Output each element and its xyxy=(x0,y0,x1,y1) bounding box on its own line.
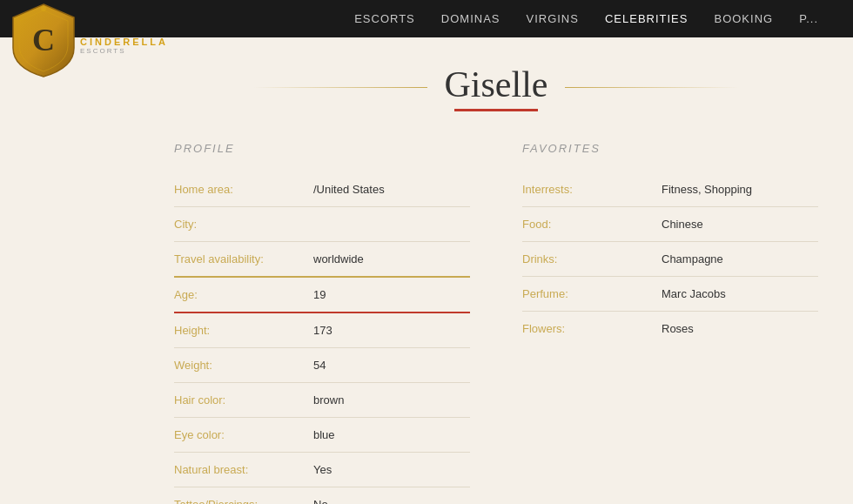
profile-section-title: PROFILE xyxy=(174,142,470,155)
right-decorative-line xyxy=(565,87,739,88)
height-row: Height: 173 xyxy=(174,313,470,348)
travel-value: worldwide xyxy=(313,252,364,265)
brand-text: CINDERELLA ESCORTS xyxy=(80,37,168,55)
weight-label: Weight: xyxy=(174,359,313,372)
home-area-label: Home area: xyxy=(174,183,313,196)
flowers-row: Flowers: Roses xyxy=(522,312,818,346)
hair-color-label: Hair color: xyxy=(174,393,313,407)
eye-color-row: Eye color: blue xyxy=(174,418,470,453)
drinks-label: Drinks: xyxy=(522,252,662,265)
logo-icon: C xyxy=(9,0,78,78)
name-section: Giselle xyxy=(174,55,818,124)
main-content: Giselle PROFILE Home area: /United State… xyxy=(0,37,853,504)
age-value: 19 xyxy=(313,288,326,301)
hair-color-value: brown xyxy=(313,393,344,407)
profile-name: Giselle xyxy=(445,64,548,111)
food-value: Chinese xyxy=(662,218,703,231)
favorites-section: FAVORITES Interrests: Fitness, Shopping … xyxy=(522,142,818,504)
weight-value: 54 xyxy=(313,359,326,372)
nav-virgins[interactable]: VIRGINS xyxy=(526,12,578,25)
natural-breast-label: Natural breast: xyxy=(174,463,313,476)
city-label: City: xyxy=(174,218,313,231)
nav-more[interactable]: P... xyxy=(799,12,818,25)
food-row: Food: Chinese xyxy=(522,207,818,242)
age-label: Age: xyxy=(174,288,313,301)
food-label: Food: xyxy=(522,218,662,231)
drinks-row: Drinks: Champagne xyxy=(522,242,818,277)
nav-celebrities[interactable]: CELEBRITIES xyxy=(605,12,688,25)
eye-color-label: Eye color: xyxy=(174,428,313,441)
home-area-value: /United States xyxy=(313,183,385,196)
city-row: City: xyxy=(174,207,470,242)
perfume-value: Marc Jacobs xyxy=(662,287,726,300)
travel-row: Travel availability: worldwide xyxy=(174,242,470,278)
interests-row: Interrests: Fitness, Shopping xyxy=(522,172,818,207)
profile-section: PROFILE Home area: /United States City: … xyxy=(174,142,470,504)
drinks-value: Champagne xyxy=(662,252,723,265)
favorites-section-title: FAVORITES xyxy=(522,142,818,155)
name-wrapper: Giselle xyxy=(174,64,818,111)
perfume-row: Perfume: Marc Jacobs xyxy=(522,277,818,312)
page-title: Giselle xyxy=(445,64,548,111)
left-decorative-line xyxy=(253,87,427,88)
natural-breast-row: Natural breast: Yes xyxy=(174,453,470,487)
natural-breast-value: Yes xyxy=(313,463,332,476)
svg-text:C: C xyxy=(32,23,55,57)
tattoo-row: Tattoo/Piercings: No xyxy=(174,487,470,504)
eye-color-value: blue xyxy=(313,428,335,441)
travel-label: Travel availability: xyxy=(174,252,313,265)
hair-color-row: Hair color: brown xyxy=(174,383,470,418)
weight-row: Weight: 54 xyxy=(174,348,470,383)
logo-area: C CINDERELLA ESCORTS xyxy=(9,0,168,78)
tattoo-label: Tattoo/Piercings: xyxy=(174,498,313,504)
flowers-label: Flowers: xyxy=(522,322,662,335)
interests-label: Interrests: xyxy=(522,183,662,196)
nav-dominas[interactable]: DOMINAS xyxy=(441,12,500,25)
home-area-row: Home area: /United States xyxy=(174,172,470,207)
interests-value: Fitness, Shopping xyxy=(662,183,752,196)
flowers-value: Roses xyxy=(662,322,694,335)
nav-links: ESCORTS DOMINAS VIRGINS CELEBRITIES BOOK… xyxy=(354,12,818,25)
perfume-label: Perfume: xyxy=(522,287,662,300)
nav-escorts[interactable]: ESCORTS xyxy=(354,12,415,25)
nav-booking[interactable]: BOOKING xyxy=(714,12,773,25)
height-label: Height: xyxy=(174,324,313,337)
tattoo-value: No xyxy=(313,498,328,504)
header: C CINDERELLA ESCORTS ESCORTS DOMINAS VIR… xyxy=(0,0,853,37)
age-row: Age: 19 xyxy=(174,278,470,313)
svg-point-1 xyxy=(41,6,46,11)
height-value: 173 xyxy=(313,324,332,337)
sections-wrapper: PROFILE Home area: /United States City: … xyxy=(174,142,818,504)
